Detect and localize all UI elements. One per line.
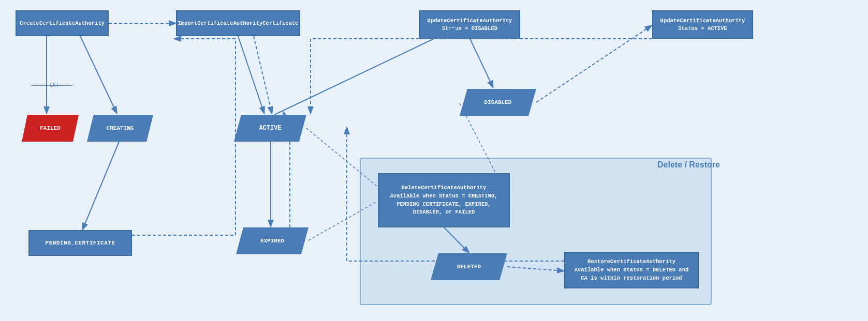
diagram: Delete / Restore —OR— CreateCertificateA… [0,0,868,321]
active-node: ACTIVE [234,115,306,142]
update-disabled-node: UpdateCertificateAuthority Status = DISA… [419,10,520,39]
svg-line-1 [80,36,116,113]
svg-line-10 [470,39,493,87]
creating-node: CREATING [87,115,153,142]
import-ca-node: ImportCertificateAuthorityCertificate [176,10,300,36]
svg-line-7 [238,36,264,113]
svg-line-8 [254,36,272,113]
or-label: —OR— [44,82,64,88]
deleted-node: DELETED [431,253,507,280]
pending-cert-node: PENDING_CERTIFICATE [28,230,132,256]
delete-ca-node: DeleteCertificateAuthority Available whe… [378,173,510,227]
expired-node: EXPIRED [236,227,308,254]
restore-ca-node: RestoreCertificateAuthority Available wh… [564,252,699,288]
svg-line-9 [274,28,455,115]
svg-line-11 [536,26,651,102]
update-active-node: UpdateCertificateAuthority Status = ACTI… [652,10,753,39]
create-ca-node: CreateCertificateAuthority [16,10,109,36]
disabled-node: DISABLED [460,89,536,116]
failed-node: FAILED [22,115,79,142]
svg-line-3 [83,142,119,229]
delete-restore-label: Delete / Restore [657,160,720,170]
